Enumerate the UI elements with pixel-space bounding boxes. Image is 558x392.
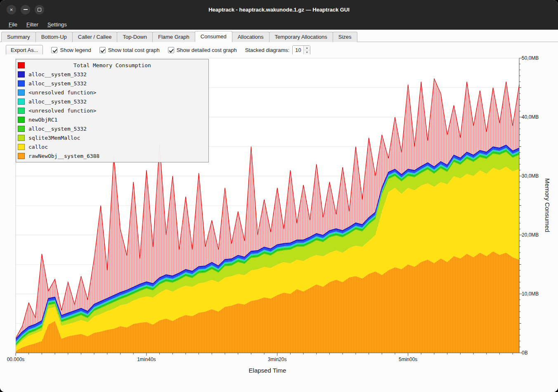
tab-consumed[interactable]: Consumed xyxy=(195,31,232,42)
legend-item: <unresolved function> xyxy=(18,88,207,97)
tab-summary[interactable]: Summary xyxy=(1,32,36,42)
x-tick-label: 00.000s xyxy=(7,357,25,362)
minimize-button[interactable] xyxy=(21,5,30,14)
legend-item: rawNewObj__system_6388 xyxy=(18,151,207,160)
x-tick-label: 1min40s xyxy=(137,357,156,362)
menu-file[interactable]: File xyxy=(5,20,21,29)
y-tick-label: 10,0MB xyxy=(522,291,539,297)
close-button[interactable]: × xyxy=(7,5,16,14)
show-detailed-cost-checkbox[interactable] xyxy=(168,47,174,53)
screen: × Heaptrack - heaptrack.wakunode.1.gz — … xyxy=(0,0,558,392)
stacked-diagrams-spinbox[interactable]: 10 ▲ ▼ xyxy=(292,45,310,55)
x-tick-label: 3min20s xyxy=(268,357,286,362)
menu-filter[interactable]: Filter xyxy=(23,20,42,29)
minimize-icon xyxy=(24,9,28,10)
legend-swatch xyxy=(18,135,25,141)
show-detailed-cost-label: Show detailed cost graph xyxy=(177,47,237,53)
window-title: Heaptrack - heaptrack.wakunode.1.gz — He… xyxy=(208,7,350,13)
show-legend-checkbox[interactable] xyxy=(51,47,57,53)
title-bar: × Heaptrack - heaptrack.wakunode.1.gz — … xyxy=(0,0,558,19)
legend-item: calloc xyxy=(18,142,207,151)
legend-total-swatch xyxy=(18,62,25,68)
legend-item: <unresolved function> xyxy=(18,106,207,115)
x-tick-label: 5min00s xyxy=(399,357,417,362)
tab-bottom-up[interactable]: Bottom-Up xyxy=(35,32,73,42)
y-tick-label: 20,0MB xyxy=(522,232,539,238)
stacked-diagrams-label: Stacked diagrams: xyxy=(245,47,290,53)
legend-swatch xyxy=(18,108,25,114)
tab-bar: Summary Bottom-Up Caller / Callee Top-Do… xyxy=(0,30,558,42)
consumed-chart: 50,0MB 40,0MB 30,0MB 20,0MB 10,0MB 0B 00… xyxy=(0,54,558,392)
stacked-diagrams-control: Stacked diagrams: 10 ▲ ▼ xyxy=(245,45,311,55)
x-axis-title: Elapsed Time xyxy=(249,367,286,374)
legend-item: alloc__system_5332 xyxy=(18,124,207,133)
legend-swatch xyxy=(18,99,25,105)
stacked-diagrams-value[interactable]: 10 xyxy=(293,46,303,55)
tab-flame-graph[interactable]: Flame Graph xyxy=(152,32,195,42)
menu-settings[interactable]: Settings xyxy=(44,20,71,29)
legend-title: Total Memory Consumption xyxy=(18,62,207,68)
tab-caller-callee[interactable]: Caller / Callee xyxy=(72,32,118,42)
legend-swatch xyxy=(18,153,25,159)
y-tick-label: 50,0MB xyxy=(522,55,539,61)
legend-swatch xyxy=(18,89,25,96)
y-axis-title: Memory Consumed xyxy=(544,178,551,232)
legend-title-row: Total Memory Consumption xyxy=(18,61,207,70)
y-tick-label: 0B xyxy=(522,350,528,356)
show-total-cost-checkbox[interactable] xyxy=(99,47,106,53)
legend-item: alloc__system_5332 xyxy=(18,79,207,88)
legend-item: sqlite3MemMalloc xyxy=(18,133,207,142)
export-as-button[interactable]: Export As... xyxy=(6,45,43,55)
legend-swatch xyxy=(18,144,25,150)
legend-item: alloc__system_5332 xyxy=(18,70,207,79)
spin-buttons: ▲ ▼ xyxy=(303,46,310,55)
maximize-button[interactable] xyxy=(35,5,44,14)
tab-top-down[interactable]: Top-Down xyxy=(117,32,153,42)
legend-swatch xyxy=(18,80,25,87)
legend-item: newObjRC1 xyxy=(18,115,207,124)
y-tick-label: 30,0MB xyxy=(522,173,539,179)
legend-swatch xyxy=(18,126,25,132)
legend-swatch xyxy=(18,117,25,123)
heaptrack-window: × Heaptrack - heaptrack.wakunode.1.gz — … xyxy=(0,0,558,392)
legend-item: alloc__system_5332 xyxy=(18,97,207,106)
tab-sizes[interactable]: Sizes xyxy=(333,32,357,42)
show-total-cost-option[interactable]: Show total cost graph xyxy=(99,47,160,53)
tab-temporary-allocations[interactable]: Temporary Allocations xyxy=(269,32,333,42)
menu-bar: File Filter Settings xyxy=(0,19,558,30)
show-detailed-cost-option[interactable]: Show detailed cost graph xyxy=(168,47,237,53)
spin-up-button[interactable]: ▲ xyxy=(304,46,310,51)
show-total-cost-label: Show total cost graph xyxy=(108,47,160,53)
chart-legend: Total Memory Consumption alloc__system_5… xyxy=(16,59,209,162)
maximize-icon xyxy=(38,8,41,12)
window-controls: × xyxy=(7,0,44,19)
legend-swatch xyxy=(18,71,25,77)
y-tick-label: 40,0MB xyxy=(522,114,539,120)
show-legend-option[interactable]: Show legend xyxy=(51,47,91,53)
show-legend-label: Show legend xyxy=(60,47,91,53)
tab-allocations[interactable]: Allocations xyxy=(232,32,270,42)
spin-down-button[interactable]: ▼ xyxy=(304,50,310,55)
